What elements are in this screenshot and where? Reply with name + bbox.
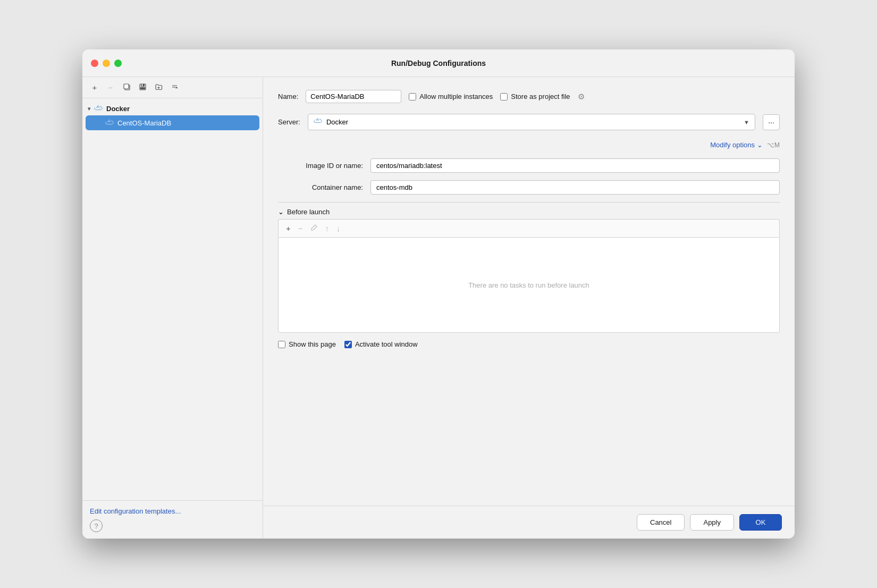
centos-item-icon [105, 118, 114, 128]
copy-config-button[interactable] [120, 81, 133, 95]
image-id-row: Image ID or name: [278, 158, 780, 173]
activate-tool-text: Activate tool window [355, 340, 418, 348]
window-controls [91, 60, 122, 67]
run-debug-dialog: Run/Debug Configurations + − [82, 49, 795, 539]
dialog-title: Run/Debug Configurations [391, 59, 486, 68]
ellipsis-icon: ··· [768, 118, 774, 127]
image-id-input[interactable] [370, 158, 780, 173]
server-label: Server: [278, 118, 300, 126]
gear-icon[interactable]: ⚙ [578, 92, 585, 102]
store-as-project-label[interactable]: Store as project file [500, 93, 570, 100]
svg-rect-1 [124, 84, 129, 89]
store-as-project-text: Store as project file [511, 93, 570, 100]
server-docker-icon [314, 117, 322, 127]
sidebar-bottom: Edit configuration templates... ? [82, 500, 263, 539]
centos-item-label: CentOS-MariaDB [117, 119, 171, 127]
config-content: Name: Allow multiple instances Store as … [263, 77, 795, 506]
image-id-label: Image ID or name: [278, 162, 363, 170]
sidebar: + − [82, 77, 263, 539]
svg-rect-5 [141, 84, 142, 86]
before-launch-content: There are no tasks to run before launch [278, 237, 780, 333]
docker-group-label: Docker [106, 105, 130, 113]
folder-config-button[interactable] [151, 81, 165, 95]
no-tasks-text: There are no tasks to run before launch [468, 281, 589, 289]
shortcut-hint: ⌥M [767, 141, 780, 149]
allow-multiple-text: Allow multiple instances [419, 93, 493, 100]
add-config-button[interactable]: + [88, 81, 102, 95]
before-launch-remove-button[interactable]: − [296, 223, 305, 234]
modify-options-chevron: ⌄ [757, 141, 763, 149]
cancel-button[interactable]: Cancel [637, 514, 685, 531]
save-icon [139, 83, 147, 93]
remove-config-button[interactable]: − [104, 81, 117, 95]
docker-group-header[interactable]: ▾ Docke [82, 102, 263, 115]
title-bar: Run/Debug Configurations [82, 49, 795, 77]
container-name-input[interactable] [370, 180, 780, 195]
container-name-label: Container name: [278, 183, 363, 191]
sidebar-tree: ▾ Docke [82, 98, 263, 303]
activate-tool-checkbox[interactable] [344, 341, 352, 348]
before-launch-add-button[interactable]: + [284, 223, 293, 234]
close-button[interactable] [91, 60, 98, 67]
add-icon: + [92, 83, 97, 92]
before-launch-section-header: ⌄ Before launch [278, 202, 780, 219]
before-launch-down-button[interactable]: ↓ [334, 223, 343, 234]
allow-multiple-label[interactable]: Allow multiple instances [409, 93, 493, 100]
dialog-footer: Cancel Apply OK [263, 506, 795, 539]
chevron-down-icon: ▾ [88, 106, 90, 112]
server-ellipsis-button[interactable]: ··· [763, 114, 780, 130]
show-page-text: Show this page [289, 340, 336, 348]
maximize-button[interactable] [114, 60, 122, 67]
name-input[interactable] [306, 90, 401, 103]
modify-options-row: Modify options ⌄ ⌥M [278, 141, 780, 149]
show-page-checkbox[interactable] [278, 341, 285, 348]
before-launch-edit-button[interactable] [308, 223, 320, 234]
ok-button[interactable]: OK [739, 514, 782, 531]
name-label: Name: [278, 93, 298, 100]
allow-multiple-checkbox[interactable] [409, 93, 416, 100]
dropdown-arrow-icon: ▼ [744, 119, 749, 125]
before-launch-up-button[interactable]: ↑ [323, 223, 332, 234]
before-launch-label: Before launch [287, 208, 330, 216]
bottom-checkboxes: Show this page Activate tool window [278, 333, 780, 348]
minus-icon: − [108, 83, 113, 92]
edit-templates-link[interactable]: Edit configuration templates... [90, 507, 181, 515]
container-name-row: Container name: [278, 180, 780, 195]
show-page-label[interactable]: Show this page [278, 340, 336, 348]
name-row: Name: Allow multiple instances Store as … [278, 90, 780, 103]
docker-group-icon [94, 104, 103, 113]
server-dropdown-text: Docker [326, 118, 739, 126]
sort-icon [171, 83, 179, 93]
dialog-body: + − [82, 77, 795, 539]
before-launch-toolbar: + − ↑ ↓ [278, 219, 780, 237]
main-panel: Name: Allow multiple instances Store as … [263, 77, 795, 539]
server-row: Server: [278, 114, 780, 130]
server-dropdown[interactable]: Docker ▼ [308, 114, 755, 130]
store-as-project-checkbox[interactable] [500, 93, 508, 100]
save-config-button[interactable] [136, 81, 149, 95]
before-launch-chevron-icon: ⌄ [278, 208, 284, 216]
centos-mariadb-item[interactable]: CentOS-MariaDB [86, 115, 259, 130]
sidebar-toolbar: + − [82, 77, 263, 98]
svg-rect-4 [140, 87, 145, 89]
help-button[interactable]: ? [90, 519, 103, 532]
copy-icon [123, 83, 131, 93]
modify-options-text: Modify options [710, 141, 755, 149]
activate-tool-label[interactable]: Activate tool window [344, 340, 418, 348]
minimize-button[interactable] [103, 60, 110, 67]
modify-options-link[interactable]: Modify options ⌄ [710, 141, 763, 149]
folder-icon [155, 83, 163, 93]
apply-button[interactable]: Apply [690, 514, 734, 531]
sort-config-button[interactable] [167, 81, 181, 95]
